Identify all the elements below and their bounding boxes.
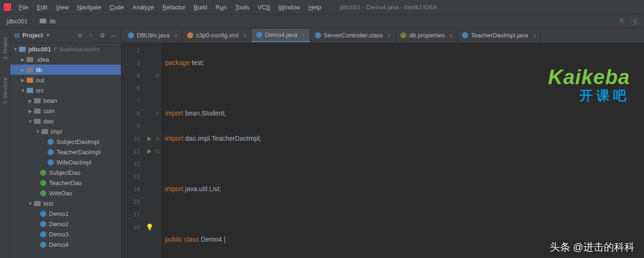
code-view[interactable]: package test; import bean.Student; impor…: [161, 43, 644, 258]
tree-impl[interactable]: ▼impl: [10, 126, 121, 136]
tree-demo3[interactable]: Demo3: [10, 229, 121, 239]
bulb-icon[interactable]: 💡: [145, 221, 154, 233]
tab-teacherdaoimpl[interactable]: TeacherDaoImpl.java×: [457, 29, 541, 42]
tree-src[interactable]: ▼src: [10, 85, 121, 95]
editor-tabs: DBUtils.java× c3p0-config.xml× Demo4.jav…: [121, 28, 644, 43]
close-icon[interactable]: ×: [388, 33, 391, 38]
menu-bar: File Edit View Navigate Code Analyze Ref…: [0, 0, 644, 14]
rail-project[interactable]: 1: Project: [2, 37, 8, 59]
menu-navigate[interactable]: Navigate: [73, 2, 105, 13]
line-gutter: 13467891011121314151718: [121, 43, 145, 258]
tree-subjectdaoimpl[interactable]: SubjectDaoImpl: [10, 136, 121, 147]
tree-dao[interactable]: ▼dao: [10, 116, 121, 126]
java-icon: [462, 32, 468, 38]
close-icon[interactable]: ×: [449, 33, 452, 38]
breadcrumb-bar: jdbc001 〉 lib ⇱ Q: [0, 14, 644, 28]
window-title: jdbc001 - Demo4.java - IntelliJ IDEA: [340, 4, 437, 11]
tree-com[interactable]: ▶com: [10, 106, 121, 116]
editor-area: DBUtils.java× c3p0-config.xml× Demo4.jav…: [121, 28, 644, 258]
tab-dbproperties[interactable]: db.properties×: [396, 29, 457, 42]
menu-view[interactable]: View: [52, 2, 72, 13]
tree-lib[interactable]: ▶lib: [10, 64, 121, 75]
project-icon: ▤: [14, 32, 20, 39]
tree-bean[interactable]: ▶bean: [10, 95, 121, 106]
tree-demo1[interactable]: Demo1: [10, 208, 121, 219]
rail-structure[interactable]: 7: Structure: [2, 78, 8, 104]
breadcrumb-root[interactable]: jdbc001: [5, 18, 30, 25]
close-icon[interactable]: ×: [533, 33, 536, 38]
gear-icon[interactable]: ✿: [98, 32, 106, 39]
props-icon: [400, 32, 406, 38]
xml-icon: [187, 32, 193, 38]
close-icon[interactable]: ×: [302, 32, 305, 38]
run-gutter: 💡: [145, 43, 154, 258]
menu-window[interactable]: Window: [275, 2, 304, 13]
run-icon[interactable]: [145, 132, 154, 145]
menu-code[interactable]: Code: [106, 2, 128, 13]
locate-icon[interactable]: ⇱: [620, 18, 625, 25]
menu-help[interactable]: Help: [305, 2, 325, 13]
tab-c3p0[interactable]: c3p0-config.xml×: [182, 29, 251, 42]
class-icon: [315, 32, 321, 38]
sidebar-title[interactable]: Project: [22, 32, 43, 39]
project-sidebar: ▤ Project ▼ ⊕ ÷ ✿ — ▼jdbc001F:\kaikeba\w…: [10, 28, 121, 258]
tree-teacherdaoimpl[interactable]: TeacherDaoImpl: [10, 147, 121, 157]
menu-build[interactable]: Build: [190, 2, 211, 13]
menu-refactor[interactable]: Refactor: [159, 2, 189, 13]
tab-demo4[interactable]: Demo4.java×: [252, 29, 310, 42]
tree-demo4[interactable]: Demo4: [10, 239, 121, 250]
crosshair-icon[interactable]: ⊕: [76, 32, 84, 39]
hide-icon[interactable]: —: [110, 32, 117, 39]
app-icon: [4, 3, 11, 11]
search-icon[interactable]: Q: [630, 17, 639, 25]
menu-file[interactable]: File: [15, 2, 32, 13]
sidebar-header: ▤ Project ▼ ⊕ ÷ ✿ —: [10, 28, 121, 43]
close-icon[interactable]: ×: [243, 33, 246, 38]
project-tree: ▼jdbc001F:\kaikeba\works ▶.idea ▶lib ▶ou…: [10, 43, 121, 258]
tab-dbutils[interactable]: DBUtils.java×: [123, 29, 182, 42]
folder-icon: [40, 19, 46, 23]
tree-wifedaoimpl[interactable]: WifeDaoImpl: [10, 157, 121, 167]
java-icon: [256, 32, 262, 38]
run-icon[interactable]: [145, 145, 154, 158]
tree-subjectdao[interactable]: SubjectDao: [10, 167, 121, 178]
tree-root[interactable]: ▼jdbc001F:\kaikeba\works: [10, 44, 121, 54]
menu-tools[interactable]: Tools: [231, 2, 253, 13]
tree-test[interactable]: ▼test: [10, 198, 121, 208]
java-icon: [128, 32, 134, 38]
collapse-icon[interactable]: ÷: [87, 32, 95, 39]
menu-edit[interactable]: Edit: [33, 2, 51, 13]
editor-body[interactable]: 13467891011121314151718 💡 ⊟⊖⊟⊟ package t…: [121, 43, 644, 258]
tab-servercontroller[interactable]: ServerController.class×: [310, 29, 396, 42]
fold-gutter: ⊟⊖⊟⊟: [154, 43, 161, 258]
chevron-down-icon[interactable]: ▼: [46, 33, 50, 38]
breadcrumb-sub[interactable]: lib: [48, 18, 58, 25]
menu-run[interactable]: Run: [212, 2, 231, 13]
tree-teacherdao[interactable]: TeacherDao: [10, 178, 121, 188]
tree-idea[interactable]: ▶.idea: [10, 54, 121, 64]
tree-demo2[interactable]: Demo2: [10, 219, 121, 229]
tool-rail: 1: Project 7: Structure: [0, 28, 10, 258]
menu-vcs[interactable]: VCS: [254, 2, 274, 13]
tree-out[interactable]: ▶out: [10, 75, 121, 85]
close-icon[interactable]: ×: [175, 33, 177, 38]
tree-wifedao[interactable]: WifeDao: [10, 188, 121, 198]
menu-analyze[interactable]: Analyze: [129, 2, 158, 13]
breadcrumb-sep: 〉: [30, 17, 40, 25]
